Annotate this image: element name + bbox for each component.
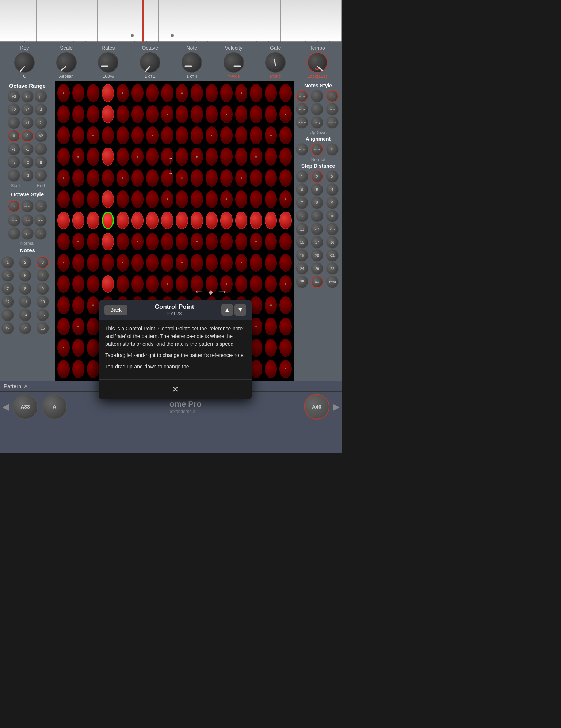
dot-cell[interactable] xyxy=(190,210,204,231)
dot-cell[interactable] xyxy=(249,146,263,167)
dot-cell[interactable] xyxy=(86,210,100,231)
dot-cell[interactable] xyxy=(190,146,204,167)
dot-cell[interactable] xyxy=(234,189,249,209)
nav-left-arrow[interactable]: ◀ xyxy=(2,402,9,412)
dot-cell[interactable] xyxy=(264,295,278,316)
dot-cell[interactable] xyxy=(264,359,278,379)
dot-cell[interactable] xyxy=(234,210,249,231)
octave-style-btn[interactable]: ↔← xyxy=(34,214,47,227)
octave-style-btn[interactable]: ↑↓↔ xyxy=(21,227,34,240)
step-dist-btn[interactable]: 16 xyxy=(326,236,339,249)
gate-knob[interactable] xyxy=(265,52,286,73)
dot-cell[interactable] xyxy=(190,167,204,188)
dot-cell[interactable] xyxy=(56,316,71,337)
note-btn[interactable]: 1 xyxy=(1,256,14,269)
dot-cell[interactable] xyxy=(249,167,263,188)
step-dist-btn[interactable]: -14 xyxy=(311,223,323,235)
dot-cell[interactable] xyxy=(175,167,190,188)
octave-ctrl-btn[interactable]: t/2 xyxy=(35,130,47,142)
dot-cell[interactable] xyxy=(86,316,100,337)
dot-cell[interactable] xyxy=(145,167,160,188)
step-dist-btn[interactable]: 13 xyxy=(296,223,308,235)
dot-cell[interactable] xyxy=(56,337,71,358)
dot-cell[interactable] xyxy=(101,231,115,252)
step-dist-btn[interactable]: 5 xyxy=(311,183,323,196)
dot-cell[interactable] xyxy=(115,253,130,273)
white-key[interactable] xyxy=(317,0,329,42)
dot-cell[interactable] xyxy=(234,146,249,167)
step-dist-btn[interactable]: 9 xyxy=(326,197,339,209)
dot-cell[interactable] xyxy=(101,189,115,209)
dot-cell[interactable] xyxy=(205,104,219,125)
dot-cell[interactable] xyxy=(190,125,204,146)
dot-cell[interactable] xyxy=(71,274,86,295)
dot-cell[interactable] xyxy=(130,104,145,125)
note-btn[interactable]: 5 xyxy=(19,269,31,282)
dot-cell[interactable] xyxy=(190,253,204,273)
octave-btn[interactable]: 0 xyxy=(21,130,34,142)
scale-knob[interactable] xyxy=(56,52,77,73)
white-key[interactable] xyxy=(0,0,12,42)
dot-cell[interactable] xyxy=(71,253,86,273)
octave-ctrl-btn[interactable]: !! xyxy=(35,156,47,168)
step-dist-btn[interactable]: 2 xyxy=(311,170,323,183)
note-a40[interactable]: A40 xyxy=(304,394,329,420)
notes-style-btn[interactable]: →←↔ xyxy=(296,116,308,129)
notes-style-btn[interactable]: →↔ xyxy=(326,103,339,115)
dot-cell[interactable] xyxy=(130,253,145,273)
dot-cell[interactable] xyxy=(249,231,263,252)
dot-cell[interactable] xyxy=(71,210,86,231)
dot-cell[interactable] xyxy=(234,253,249,273)
white-key[interactable] xyxy=(232,0,244,42)
dot-cell[interactable] xyxy=(86,359,100,379)
white-key[interactable] xyxy=(281,0,293,42)
dot-cell[interactable] xyxy=(175,125,190,146)
dot-cell[interactable] xyxy=(145,210,160,231)
octave-style-btn[interactable]: ↔↑ xyxy=(34,227,47,240)
dot-cell[interactable] xyxy=(101,167,115,188)
dot-cell[interactable] xyxy=(264,253,278,273)
dot-cell[interactable] xyxy=(71,295,86,316)
dot-cell[interactable] xyxy=(160,189,175,209)
notes-style-btn[interactable]: ↑↓ xyxy=(311,103,323,115)
step-dist-btn[interactable]: 3 xyxy=(326,170,339,183)
dot-cell[interactable] xyxy=(86,146,100,167)
white-key[interactable] xyxy=(159,0,171,42)
dot-cell[interactable] xyxy=(71,104,86,125)
step-dist-btn[interactable]: 25 xyxy=(296,276,308,288)
dot-cell[interactable] xyxy=(205,189,219,209)
note-btn[interactable]: 9 xyxy=(37,283,49,295)
white-key[interactable] xyxy=(256,0,268,42)
dot-cell[interactable] xyxy=(190,83,204,103)
step-dist-btn[interactable]: 22 xyxy=(326,262,339,275)
dot-cell[interactable] xyxy=(71,189,86,209)
dot-cell[interactable] xyxy=(101,274,115,295)
note-btn[interactable]: 2 xyxy=(19,256,31,269)
note-btn[interactable]: 6 xyxy=(1,269,14,282)
note-btn[interactable]: 16 xyxy=(37,322,49,334)
dot-cell[interactable] xyxy=(249,125,263,146)
dot-cell[interactable] xyxy=(101,146,115,167)
dot-cell[interactable] xyxy=(175,83,190,103)
dot-cell[interactable] xyxy=(234,125,249,146)
white-key[interactable] xyxy=(329,0,341,42)
step-dist-btn[interactable]: 12 xyxy=(296,210,308,222)
octave-btn[interactable]: 0 xyxy=(8,130,20,142)
dot-cell[interactable] xyxy=(86,274,100,295)
octave-btn[interactable]: +2 xyxy=(21,103,34,116)
dot-cell[interactable] xyxy=(175,104,190,125)
dot-cell[interactable] xyxy=(205,167,219,188)
octave-style-btn[interactable]: ←→ xyxy=(8,214,20,227)
white-key[interactable] xyxy=(110,0,122,42)
dot-cell[interactable] xyxy=(205,125,219,146)
dot-cell[interactable] xyxy=(130,83,145,103)
dot-cell[interactable] xyxy=(264,274,278,295)
step-dist-btn[interactable]: -15 xyxy=(326,223,339,235)
step-dist-btn[interactable]: -21 xyxy=(326,249,339,262)
dot-cell[interactable] xyxy=(234,231,249,252)
dot-cell[interactable] xyxy=(130,274,145,295)
step-dist-btn[interactable]: 8 xyxy=(311,197,323,209)
dot-cell[interactable] xyxy=(56,167,71,188)
rates-knob[interactable] xyxy=(98,52,118,73)
dot-cell[interactable] xyxy=(160,231,175,252)
